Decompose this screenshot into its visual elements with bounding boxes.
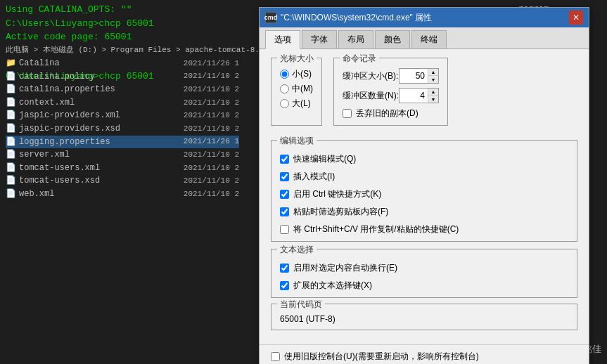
- text-select-list: 启用对选定内容自动换行(E) 扩展的文本选择键(X): [280, 256, 568, 292]
- file-item-context-xml[interactable]: 📄 context.xml 2021/11/10 2: [6, 96, 239, 110]
- edit-option-0[interactable]: 快速编辑模式(Q): [280, 153, 568, 165]
- discard-old-label: 丢弃旧的副本(D): [356, 108, 418, 119]
- file-list: 📁 Catalina 2021/11/26 1 📄 catalina.polic…: [0, 46, 239, 201]
- cursor-medium[interactable]: 中(M): [280, 83, 313, 95]
- edit-checkbox-1[interactable]: [280, 172, 289, 181]
- dialog-tabs: 选项 字体 布局 颜色 终端: [260, 27, 589, 49]
- file-icon: 📄: [6, 148, 16, 162]
- text-select-0[interactable]: 启用对选定内容自动换行(E): [280, 262, 568, 274]
- dialog-titlebar: cmd "C:\WINDOWS\system32\cmd.exe" 属性 ✕: [260, 8, 589, 27]
- legacy-console-label: 使用旧版控制台(U)(需要重新启动，影响所有控制台): [284, 351, 479, 363]
- codepage-section: 当前代码页 65001 (UTF-8): [271, 304, 577, 330]
- tab-layout[interactable]: 布局: [338, 30, 373, 48]
- file-item-catalina-properties[interactable]: 📄 catalina.properties 2021/11/10 2: [6, 83, 239, 96]
- text-select-checkbox-1[interactable]: [280, 281, 289, 290]
- edit-option-2[interactable]: 启用 Ctrl 键快捷方式(K): [280, 188, 568, 200]
- edit-checkbox-3[interactable]: [280, 207, 289, 216]
- buffer-count-label: 缓冲区数量(N):: [343, 90, 399, 102]
- file-icon: 📄: [6, 122, 16, 136]
- file-item-catalina[interactable]: 📁 Catalina 2021/11/26 1: [6, 57, 239, 70]
- edit-option-3[interactable]: 粘贴时筛选剪贴板内容(F): [280, 206, 568, 218]
- edit-options-list: 快速编辑模式(Q) 插入模式(I) 启用 Ctrl 键快捷方式(K) 粘贴时筛选…: [280, 148, 568, 235]
- file-icon: 📄: [6, 109, 16, 122]
- text-select-checkbox-0[interactable]: [280, 264, 289, 273]
- tab-font[interactable]: 字体: [302, 30, 337, 48]
- cursor-medium-radio[interactable]: [280, 84, 289, 93]
- edit-checkbox-2[interactable]: [280, 190, 289, 199]
- buffer-size-down[interactable]: ▼: [428, 76, 438, 83]
- buffer-size-input[interactable]: [400, 70, 428, 82]
- cursor-large-radio[interactable]: [280, 99, 289, 108]
- discard-old-row[interactable]: 丢弃旧的副本(D): [343, 108, 439, 119]
- file-icon: 📄: [6, 70, 16, 84]
- buffer-count-up[interactable]: ▲: [428, 89, 438, 96]
- command-record-content: 缓冲区大小(B): ▲ ▼ 缓冲区数量(N):: [343, 65, 439, 119]
- file-item-jaspic-providers-xsd[interactable]: 📄 jaspic-providers.xsd 2021/11/10 2: [6, 122, 239, 136]
- cursor-small[interactable]: 小(S): [280, 68, 313, 80]
- legacy-console-checkbox[interactable]: [271, 352, 280, 361]
- cursor-size-title: 光标大小: [277, 53, 317, 65]
- text-select-section: 文本选择 启用对选定内容自动换行(E) 扩展的文本选择键(X): [271, 249, 577, 298]
- dialog-close-button[interactable]: ✕: [569, 11, 583, 25]
- file-item-server-xml[interactable]: 📄 server.xml 2021/11/10 2: [6, 148, 239, 162]
- cursor-size-section: 光标大小 小(S) 中(M) 大(L): [271, 58, 322, 126]
- edit-options-section: 编辑选项 快速编辑模式(Q) 插入模式(I) 启用 Ctrl 键快捷方式(K) …: [271, 140, 577, 242]
- command-record-title: 命令记录: [340, 53, 379, 65]
- discard-old-checkbox[interactable]: [343, 109, 352, 118]
- dialog-title: "C:\WINDOWS\system32\cmd.exe" 属性: [281, 12, 432, 24]
- legacy-console-row[interactable]: 使用旧版控制台(U)(需要重新启动，影响所有控制台): [271, 351, 577, 363]
- edit-option-1[interactable]: 插入模式(I): [280, 171, 568, 183]
- buffer-size-spinbox[interactable]: ▲ ▼: [399, 68, 439, 84]
- dialog-bottom: 使用旧版控制台(U)(需要重新启动，影响所有控制台): [260, 344, 589, 364]
- text-select-title: 文本选择: [277, 244, 317, 256]
- file-icon: 📄: [6, 188, 16, 201]
- edit-checkbox-0[interactable]: [280, 155, 289, 164]
- dialog-properties: cmd "C:\WINDOWS\system32\cmd.exe" 属性 ✕ 选…: [259, 7, 589, 364]
- edit-checkbox-4[interactable]: [280, 225, 289, 234]
- tab-color[interactable]: 颜色: [375, 30, 410, 48]
- edit-options-title: 编辑选项: [277, 135, 317, 147]
- buffer-count-input[interactable]: [400, 90, 428, 101]
- cursor-small-radio[interactable]: [280, 70, 289, 79]
- file-item-web-xml[interactable]: 📄 web.xml 2021/11/10 2: [6, 188, 239, 201]
- buffer-size-buttons: ▲ ▼: [428, 69, 438, 83]
- file-item-jaspic-providers-xml[interactable]: 📄 jaspic-providers.xml 2021/11/10 2: [6, 109, 239, 122]
- cursor-radio-group: 小(S) 中(M) 大(L): [280, 65, 313, 110]
- buffer-size-up[interactable]: ▲: [428, 69, 438, 76]
- tab-terminal[interactable]: 终端: [411, 30, 447, 48]
- cmd-icon: cmd: [265, 12, 276, 23]
- buffer-count-spinbox[interactable]: ▲ ▼: [399, 88, 439, 103]
- codepage-value: 65001 (UTF-8): [280, 311, 568, 324]
- buffer-size-label: 缓冲区大小(B):: [343, 70, 399, 82]
- codepage-title: 当前代码页: [277, 299, 325, 311]
- file-icon: 📄: [6, 162, 16, 175]
- file-icon: 📄: [6, 174, 16, 188]
- folder-icon: 📁: [6, 57, 16, 70]
- dialog-content: 光标大小 小(S) 中(M) 大(L): [260, 49, 589, 344]
- titlebar-left: cmd "C:\WINDOWS\system32\cmd.exe" 属性: [265, 12, 432, 24]
- buffer-size-row: 缓冲区大小(B): ▲ ▼: [343, 68, 439, 84]
- file-item-tomcat-users-xsd[interactable]: 📄 tomcat-users.xsd 2021/11/10 2: [6, 174, 239, 188]
- edit-option-4[interactable]: 将 Ctrl+Shift+C/V 用作复制/粘贴的快捷键(C): [280, 223, 568, 235]
- file-item-catalina-policy[interactable]: 📄 catalina.policy 2021/11/10 2: [6, 70, 239, 84]
- text-select-1[interactable]: 扩展的文本选择键(X): [280, 280, 568, 292]
- file-icon: 📄: [6, 96, 16, 110]
- file-icon: 📄: [6, 83, 16, 96]
- buffer-count-buttons: ▲ ▼: [428, 89, 438, 103]
- file-icon: 📄: [6, 136, 16, 149]
- file-item-tomcat-users-xml[interactable]: 📄 tomcat-users.xml 2021/11/10 2: [6, 162, 239, 175]
- cursor-large[interactable]: 大(L): [280, 98, 313, 110]
- buffer-count-row: 缓冲区数量(N): ▲ ▼: [343, 88, 439, 103]
- command-record-section: 命令记录 缓冲区大小(B): ▲ ▼ 缓冲区数量(N):: [333, 58, 448, 126]
- file-item-logging-properties[interactable]: 📄 logging.properties 2021/11/26 1: [6, 136, 239, 149]
- tab-options[interactable]: 选项: [265, 30, 300, 49]
- buffer-count-down[interactable]: ▼: [428, 96, 438, 103]
